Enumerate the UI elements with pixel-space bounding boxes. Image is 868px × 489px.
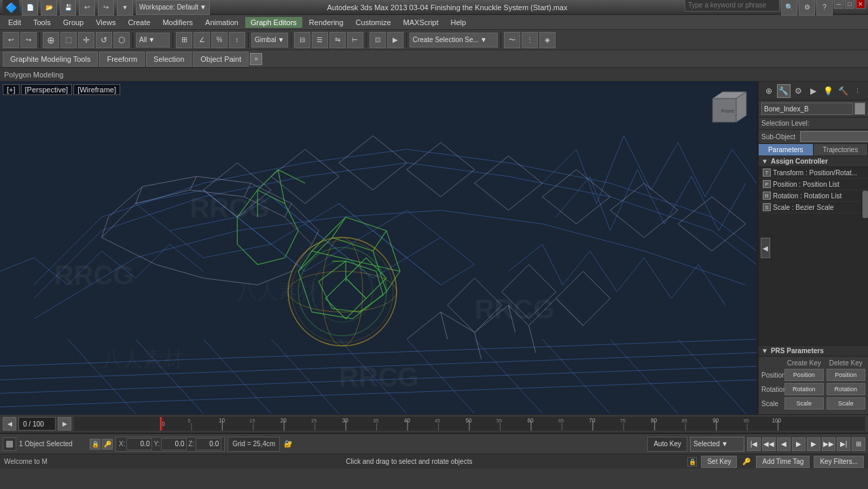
graphite-tab-freeform[interactable]: Freeform <box>99 52 145 67</box>
prs-create-rotation-btn[interactable]: Rotation <box>784 383 824 395</box>
prs-delete-scale-btn[interactable]: Scale <box>827 397 866 410</box>
panel-extra-btn[interactable]: ⋮ <box>851 84 865 98</box>
controller-item-2[interactable]: R Rotation : Rotation List <box>759 190 868 202</box>
snap-spinner-btn[interactable]: ↕ <box>229 32 245 48</box>
graphite-tab-graphite[interactable]: Graphite Modeling Tools <box>3 52 98 67</box>
y-coord-input[interactable] <box>161 438 187 450</box>
go-end-btn[interactable]: ▶| <box>837 437 850 451</box>
align-btn[interactable]: ⊢ <box>347 32 363 48</box>
menu-item-tools[interactable]: Tools <box>28 17 56 28</box>
render-settings-btn[interactable]: ⊡ <box>369 32 386 48</box>
prs-create-position-btn[interactable]: Position <box>784 369 824 381</box>
select-object-btn[interactable]: ⊕ <box>43 32 59 48</box>
selected-dropdown[interactable]: Selected ▼ <box>690 437 744 452</box>
close-btn[interactable]: ✕ <box>856 0 865 9</box>
prs-delete-rotation-btn[interactable]: Rotation <box>827 383 866 395</box>
selection-set-dropdown[interactable]: Create Selection Se...▼ <box>410 33 498 48</box>
render-frame-btn[interactable]: ▶ <box>387 32 403 48</box>
menu-item-edit[interactable]: Edit <box>3 17 26 28</box>
prs-delete-position-btn[interactable]: Position <box>827 369 866 381</box>
schematic-view-btn[interactable]: ⋮ <box>522 32 538 48</box>
minimize-btn[interactable]: ─ <box>834 0 844 9</box>
help-btn[interactable]: ? <box>816 0 833 16</box>
material-editor-btn[interactable]: ◈ <box>539 32 556 48</box>
panel-display-tab[interactable]: 💡 <box>821 84 835 98</box>
controller-item-0[interactable]: T Transform : Position/Rotat... <box>759 167 868 179</box>
scale-btn[interactable]: ⬡ <box>113 32 130 48</box>
z-coord-input[interactable] <box>196 438 221 450</box>
select-region-btn[interactable]: ⬚ <box>60 32 77 48</box>
go-start-btn[interactable]: |◀ <box>747 437 761 451</box>
mirror-btn[interactable]: ⇋ <box>329 32 346 48</box>
timeline-ruler[interactable]: 0 5 10 15 20 25 30 35 40 45 50 55 60 <box>73 416 865 431</box>
menu-item-customize[interactable]: Customize <box>350 17 397 28</box>
redo-tool-btn[interactable]: ↪ <box>20 32 37 48</box>
object-name-input[interactable]: Bone_Index_B <box>761 103 853 115</box>
sub-object-input[interactable] <box>800 131 868 142</box>
undo-btn[interactable]: ↩ <box>79 0 95 16</box>
transform-dropdown[interactable]: Gimbal▼ <box>251 33 288 48</box>
panel-create-tab[interactable]: ⊕ <box>762 84 776 98</box>
snap-btn[interactable]: ⊞ <box>176 32 192 48</box>
timeline-left-arrow[interactable]: ◀ <box>3 417 16 431</box>
snap-angle-btn[interactable]: ∠ <box>194 32 210 48</box>
select-move-btn[interactable]: ✛ <box>78 32 94 48</box>
graphite-tab-selection[interactable]: Selection <box>146 52 192 67</box>
file-menu-btn[interactable]: ▼ <box>117 0 133 16</box>
menu-item-help[interactable]: Help <box>446 17 472 28</box>
menu-item-rendering[interactable]: Rendering <box>304 17 349 28</box>
key-btn[interactable]: 🔑 <box>102 439 113 450</box>
assign-controller-header[interactable]: ▼ Assign Controller <box>759 156 868 167</box>
maximize-btn[interactable]: □ <box>845 0 854 9</box>
ribbon-btn[interactable]: ☰ <box>312 32 328 48</box>
undo-tool-btn[interactable]: ↩ <box>3 32 19 48</box>
filter-dropdown[interactable]: All▼ <box>136 33 170 48</box>
controller-item-1[interactable]: P Position : Position List <box>759 179 868 190</box>
menu-item-modifiers[interactable]: Modifiers <box>157 17 198 28</box>
set-key-btn[interactable]: Set Key <box>701 456 737 468</box>
redo-btn[interactable]: ↪ <box>98 0 114 16</box>
viewport-perspective-btn[interactable]: [Perspective] <box>21 84 73 95</box>
tab-trajectories[interactable]: Trajectories <box>814 144 869 156</box>
auto-key-btn[interactable]: Auto Key <box>647 437 687 452</box>
key-mode-btn[interactable]: ⊞ <box>852 437 865 451</box>
menu-item-maxscript[interactable]: MAXScript <box>398 17 444 28</box>
viewport-cube[interactable]: Front <box>709 88 750 129</box>
save-file-btn[interactable]: 💾 <box>60 0 76 16</box>
graphite-tab-object-paint[interactable]: Object Paint <box>193 52 249 67</box>
menu-item-views[interactable]: Views <box>90 17 121 28</box>
settings-btn[interactable]: ⚙ <box>799 0 815 16</box>
panel-modify-tab[interactable]: 🔧 <box>777 84 791 98</box>
object-color-swatch[interactable] <box>854 103 865 115</box>
workspace-dropdown[interactable]: Workspace: Default ▼ <box>136 0 210 15</box>
open-file-btn[interactable]: 📂 <box>41 0 57 16</box>
snap-percent-btn[interactable]: % <box>211 32 228 48</box>
next-key-btn[interactable]: ▶ <box>807 437 820 451</box>
lock-btn[interactable]: 🔒 <box>90 439 101 450</box>
timeline-right-arrow[interactable]: ▶ <box>58 417 71 431</box>
next-frame-btn[interactable]: ▶▶ <box>822 437 835 451</box>
play-btn[interactable]: ▶ <box>792 437 806 451</box>
prs-header[interactable]: ▼ PRS Parameters <box>759 346 868 357</box>
menu-item-group[interactable]: Group <box>58 17 90 28</box>
add-time-tag-btn[interactable]: Add Time Tag <box>756 456 810 468</box>
menu-item-animation[interactable]: Animation <box>200 17 244 28</box>
x-coord-input[interactable] <box>126 438 152 450</box>
panel-utilities-tab[interactable]: 🔨 <box>836 84 850 98</box>
controller-item-3[interactable]: S Scale : Bezier Scale <box>759 202 868 213</box>
tab-parameters[interactable]: Parameters <box>759 144 814 156</box>
search-input[interactable] <box>685 0 780 12</box>
search-btn[interactable]: 🔍 <box>781 0 797 16</box>
panel-scrollbar[interactable] <box>861 190 868 217</box>
rotate-btn[interactable]: ↺ <box>96 32 112 48</box>
toolbar2-expand-btn[interactable]: » <box>250 53 262 65</box>
prev-frame-btn[interactable]: ◀◀ <box>762 437 776 451</box>
panel-hierarchy-tab[interactable]: ⚙ <box>792 84 806 98</box>
menu-item-create[interactable]: Create <box>122 17 156 28</box>
prev-key-btn[interactable]: ◀ <box>777 437 791 451</box>
viewport-wireframe-btn[interactable]: [Wireframe] <box>73 84 120 95</box>
new-file-btn[interactable]: 📄 <box>22 0 38 16</box>
menu-item-graph-editors[interactable]: Graph Editors <box>245 17 302 28</box>
prs-create-scale-btn[interactable]: Scale <box>784 397 824 410</box>
curve-editor-btn[interactable]: 〜 <box>504 32 520 48</box>
